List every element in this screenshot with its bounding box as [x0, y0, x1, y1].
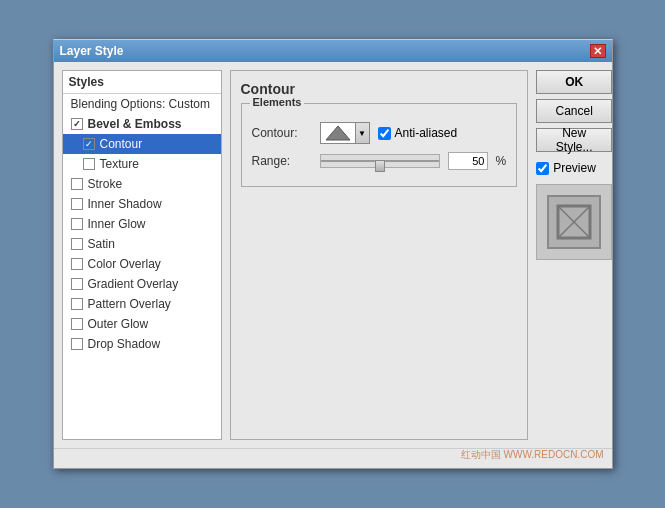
- main-content: Contour Elements Contour: ▼: [230, 70, 529, 440]
- inner-glow-checkbox[interactable]: [71, 218, 83, 230]
- sidebar-item-inner-glow[interactable]: Inner Glow: [63, 214, 221, 234]
- range-slider[interactable]: [320, 154, 440, 168]
- pattern-overlay-checkbox[interactable]: [71, 298, 83, 310]
- contour-dropdown-arrow[interactable]: ▼: [356, 122, 370, 144]
- panel-title: Contour: [241, 81, 518, 97]
- contour-preview[interactable]: [320, 122, 356, 144]
- preview-checkbox[interactable]: [536, 162, 549, 175]
- pattern-overlay-label: Pattern Overlay: [88, 297, 171, 311]
- sidebar-header: Styles: [63, 71, 221, 94]
- stroke-checkbox[interactable]: [71, 178, 83, 190]
- sidebar-item-outer-glow[interactable]: Outer Glow: [63, 314, 221, 334]
- footer: 红动中国 WWW.REDOCN.COM: [54, 448, 612, 468]
- texture-label: Texture: [100, 157, 139, 171]
- range-value[interactable]: 50: [448, 152, 488, 170]
- outer-glow-label: Outer Glow: [88, 317, 149, 331]
- contour-label: Contour: [100, 137, 143, 151]
- new-style-button[interactable]: New Style...: [536, 128, 612, 152]
- color-overlay-label: Color Overlay: [88, 257, 161, 271]
- satin-checkbox[interactable]: [71, 238, 83, 250]
- gradient-overlay-checkbox[interactable]: [71, 278, 83, 290]
- drop-shadow-label: Drop Shadow: [88, 337, 161, 351]
- preview-text: Preview: [553, 161, 596, 175]
- sidebar: Styles Blending Options: Custom Bevel & …: [62, 70, 222, 440]
- sidebar-item-stroke[interactable]: Stroke: [63, 174, 221, 194]
- sidebar-item-gradient-overlay[interactable]: Gradient Overlay: [63, 274, 221, 294]
- dialog-body: Styles Blending Options: Custom Bevel & …: [54, 62, 612, 448]
- sidebar-item-pattern-overlay[interactable]: Pattern Overlay: [63, 294, 221, 314]
- contour-checkbox[interactable]: [83, 138, 95, 150]
- group-box-title: Elements: [250, 96, 305, 108]
- stroke-label: Stroke: [88, 177, 123, 191]
- inner-glow-label: Inner Glow: [88, 217, 146, 231]
- sidebar-item-color-overlay[interactable]: Color Overlay: [63, 254, 221, 274]
- sidebar-item-blending[interactable]: Blending Options: Custom: [63, 94, 221, 114]
- bevel-emboss-label: Bevel & Emboss: [88, 117, 182, 131]
- contour-row: Contour: ▼ Anti-aliased: [252, 122, 507, 144]
- preview-box: [536, 184, 612, 260]
- bevel-emboss-checkbox[interactable]: [71, 118, 83, 130]
- sidebar-item-contour[interactable]: Contour: [63, 134, 221, 154]
- contour-selector[interactable]: ▼: [320, 122, 370, 144]
- contour-field-label: Contour:: [252, 126, 312, 140]
- sidebar-item-satin[interactable]: Satin: [63, 234, 221, 254]
- content-panel: Contour Elements Contour: ▼: [230, 70, 529, 440]
- preview-inner: [547, 195, 601, 249]
- sidebar-item-texture[interactable]: Texture: [63, 154, 221, 174]
- watermark: 红动中国 WWW.REDOCN.COM: [461, 448, 604, 462]
- preview-label[interactable]: Preview: [536, 161, 612, 175]
- preview-icon: [554, 202, 594, 242]
- range-track: [321, 160, 439, 162]
- close-button[interactable]: ✕: [590, 44, 606, 58]
- range-row: Range: 50 %: [252, 152, 507, 170]
- range-thumb[interactable]: [375, 160, 385, 172]
- inner-shadow-checkbox[interactable]: [71, 198, 83, 210]
- cancel-button[interactable]: Cancel: [536, 99, 612, 123]
- color-overlay-checkbox[interactable]: [71, 258, 83, 270]
- drop-shadow-checkbox[interactable]: [71, 338, 83, 350]
- anti-aliased-label[interactable]: Anti-aliased: [378, 126, 458, 140]
- gradient-overlay-label: Gradient Overlay: [88, 277, 179, 291]
- elements-group: Elements Contour: ▼: [241, 103, 518, 187]
- inner-shadow-label: Inner Shadow: [88, 197, 162, 211]
- dialog-title: Layer Style: [60, 44, 124, 58]
- buttons-panel: OK Cancel New Style... Preview: [536, 70, 612, 440]
- percent-symbol: %: [496, 154, 507, 168]
- outer-glow-checkbox[interactable]: [71, 318, 83, 330]
- anti-aliased-checkbox[interactable]: [378, 127, 391, 140]
- ok-button[interactable]: OK: [536, 70, 612, 94]
- sidebar-item-drop-shadow[interactable]: Drop Shadow: [63, 334, 221, 354]
- svg-marker-0: [326, 126, 350, 140]
- texture-checkbox[interactable]: [83, 158, 95, 170]
- blending-label: Blending Options: Custom: [71, 97, 210, 111]
- sidebar-item-inner-shadow[interactable]: Inner Shadow: [63, 194, 221, 214]
- range-label: Range:: [252, 154, 312, 168]
- sidebar-item-bevel-emboss[interactable]: Bevel & Emboss: [63, 114, 221, 134]
- layer-style-dialog: Layer Style ✕ Styles Blending Options: C…: [53, 39, 613, 469]
- anti-aliased-text: Anti-aliased: [395, 126, 458, 140]
- satin-label: Satin: [88, 237, 115, 251]
- titlebar: Layer Style ✕: [54, 40, 612, 62]
